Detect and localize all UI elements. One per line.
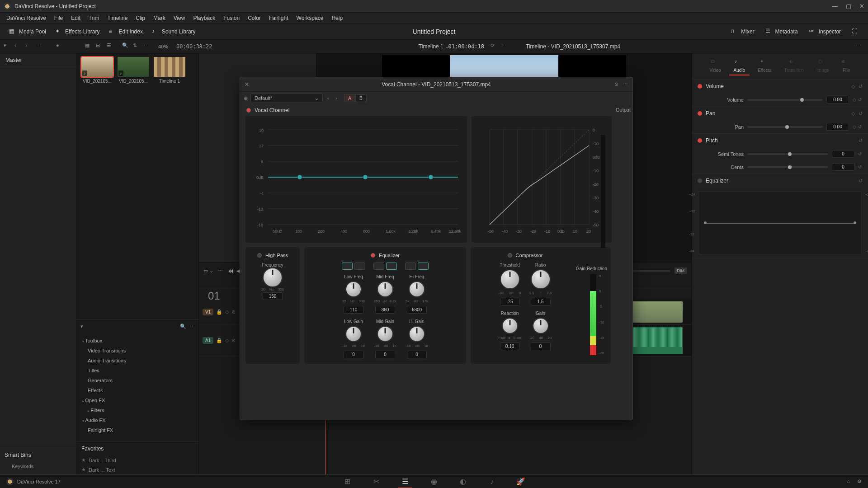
media-thumb-1[interactable]: ♪ VID_202105... (117, 57, 150, 117)
mixer-button[interactable]: ⎍Mixer (726, 26, 759, 37)
thumb-view-icon[interactable]: ▦ (85, 42, 93, 51)
maximize-button[interactable]: ▢ (846, 3, 851, 9)
zoom-percent[interactable]: 40% (158, 44, 168, 49)
list-view-icon[interactable]: ☰ (107, 42, 115, 51)
sort-icon[interactable]: ⇅ (133, 42, 141, 51)
fx-cat-audiofx[interactable]: Audio FX (77, 415, 198, 425)
track-solo-icon[interactable]: ⊘ (231, 338, 236, 343)
volume-value[interactable]: 0.00 (826, 96, 849, 103)
fx-search-icon[interactable]: 🔍 (180, 324, 186, 329)
preset-next-button[interactable]: › (334, 95, 339, 101)
menu-file[interactable]: File (51, 14, 66, 23)
semitones-value[interactable]: 0 (832, 150, 854, 158)
ab-toggle-b[interactable]: B (355, 94, 367, 102)
more-icon[interactable]: ⋯ (36, 42, 44, 51)
page-tab-fairlight[interactable]: ♪ (486, 477, 497, 486)
volume-slider[interactable] (747, 99, 823, 101)
hi-bell-icon[interactable] (418, 263, 429, 270)
high-pass-enable[interactable] (257, 253, 262, 258)
inspector-tab-audio[interactable]: ♪Audio (729, 57, 750, 75)
grid-view-icon[interactable]: ⊞ (96, 42, 104, 51)
transport-first-icon[interactable]: ⏮ (227, 267, 234, 274)
reaction-value[interactable]: 0.10 (500, 343, 520, 350)
fx-cat-fairlightfx[interactable]: Fairlight FX (77, 425, 198, 435)
page-tab-fusion[interactable]: ◉ (429, 477, 439, 486)
track-link-icon[interactable]: ◇ (225, 309, 229, 315)
hi-gain-value[interactable]: 0 (407, 351, 427, 358)
pan-value[interactable]: 0.00 (826, 123, 849, 131)
compressor-graph[interactable]: Output -50 -40 -30 (472, 116, 612, 243)
dialog-add-button[interactable]: ⊕ (244, 95, 248, 101)
next-icon[interactable]: › (25, 42, 33, 51)
prev-icon[interactable]: ‹ (14, 42, 23, 51)
clip-timecode[interactable]: 01:00:04:18 (448, 43, 484, 50)
bin-view-icon[interactable]: ▾ (4, 42, 12, 51)
fx-panel-toggle-icon[interactable]: ▾ (80, 324, 83, 329)
hi-freq-value[interactable]: 6800 (407, 306, 427, 314)
fx-cat-openfx[interactable]: Open FX (77, 395, 198, 405)
mid-gain-value[interactable]: 0 (375, 351, 395, 358)
hi-shelf-icon[interactable] (405, 263, 416, 270)
inspector-tab-file[interactable]: ⎚File (837, 57, 855, 75)
timeline-tool-options[interactable]: ⋯ (218, 268, 223, 274)
menu-color[interactable]: Color (244, 14, 264, 23)
sync-icon[interactable]: ⟳ (491, 42, 499, 51)
low-freq-value[interactable]: 110 (344, 306, 363, 314)
minimize-button[interactable]: — (832, 3, 838, 9)
low-gain-knob[interactable] (345, 326, 362, 342)
menu-davinci[interactable]: DaVinci Resolve (3, 14, 50, 23)
eq-graph[interactable]: 18 12 6 0dB -4 -12 -18 50Hz 100 200 400 … (245, 116, 467, 243)
track-lock-icon[interactable]: 🔒 (216, 338, 222, 343)
track-disable-icon[interactable]: ⊘ (231, 309, 236, 315)
track-mute-icon[interactable]: ◇ (225, 338, 229, 343)
master-bin[interactable]: Master (0, 53, 76, 67)
pan-reset-icon[interactable]: ↺ (858, 124, 862, 129)
volume-keyframe-icon[interactable]: ◇ (853, 97, 856, 102)
edit-index-button[interactable]: ≡Edit Index (104, 26, 147, 37)
fx-cat-filters[interactable]: Filters (77, 405, 198, 415)
fx-cat-titles[interactable]: Titles (77, 366, 198, 375)
pan-slider[interactable] (747, 126, 823, 128)
settings-icon[interactable]: ⚙ (857, 479, 862, 484)
fx-cat-video-transitions[interactable]: Video Transitions (77, 346, 198, 356)
sound-library-button[interactable]: ♪Sound Library (147, 26, 200, 37)
inspector-tab-effects[interactable]: ✦Effects (753, 57, 776, 75)
menu-fairlight[interactable]: Fairlight (265, 14, 292, 23)
inspector-equalizer-header[interactable]: Equalizer↺ (692, 174, 868, 188)
media-thumb-timeline[interactable]: Timeline 1 (153, 57, 186, 117)
viewer-more-icon[interactable]: ⋯ (501, 42, 509, 51)
mid-gain-knob[interactable] (377, 326, 393, 342)
eq-handle-hi[interactable] (429, 175, 433, 179)
record-icon[interactable]: ● (56, 42, 64, 51)
favorite-item-0[interactable]: ★Dark ...Third (77, 455, 198, 465)
fx-cat-toolbox[interactable]: Toolbox (77, 336, 198, 346)
high-pass-freq-value[interactable]: 150 (263, 292, 283, 300)
page-tab-deliver[interactable]: 🚀 (515, 477, 526, 486)
reaction-knob[interactable] (502, 318, 518, 334)
ratio-knob[interactable] (531, 269, 551, 289)
fx-cat-audio-transitions[interactable]: Audio Transitions (77, 356, 198, 366)
low-freq-knob[interactable] (345, 281, 362, 297)
search-icon[interactable]: 🔍 (122, 42, 130, 51)
page-tab-media[interactable]: ⊞ (342, 477, 353, 486)
dim-button[interactable]: DIM (675, 267, 688, 274)
gain-value[interactable]: 0 (531, 343, 551, 350)
inspector-pan-header[interactable]: Pan◇↺ (692, 107, 868, 120)
metadata-button[interactable]: ☰Metadata (761, 26, 802, 37)
gain-knob[interactable] (533, 318, 549, 334)
threshold-value[interactable]: -25 (500, 298, 520, 305)
volume-reset-icon[interactable]: ↺ (858, 97, 862, 102)
page-tab-cut[interactable]: ✂ (371, 477, 382, 486)
mid-freq-value[interactable]: 880 (375, 306, 395, 314)
semitones-slider[interactable] (747, 153, 828, 155)
effects-library-button[interactable]: ✦Effects Library (51, 26, 104, 37)
favorite-item-1[interactable]: ★Dark ... Text (77, 465, 198, 474)
timeline-tool-selection[interactable]: ▭ ⌄ (203, 268, 213, 274)
menu-help[interactable]: Help (328, 14, 346, 23)
close-button[interactable]: ✕ (859, 3, 864, 9)
equalizer-enable[interactable] (371, 253, 375, 258)
menu-playback[interactable]: Playback (189, 14, 219, 23)
inspector-eq-graph[interactable]: +24 +12 -12 -24 +24 -24 (698, 191, 862, 254)
viewer-timecode[interactable]: 00:00:38:22 (176, 43, 212, 50)
inspector-volume-header[interactable]: Volume◇↺ (692, 80, 868, 93)
